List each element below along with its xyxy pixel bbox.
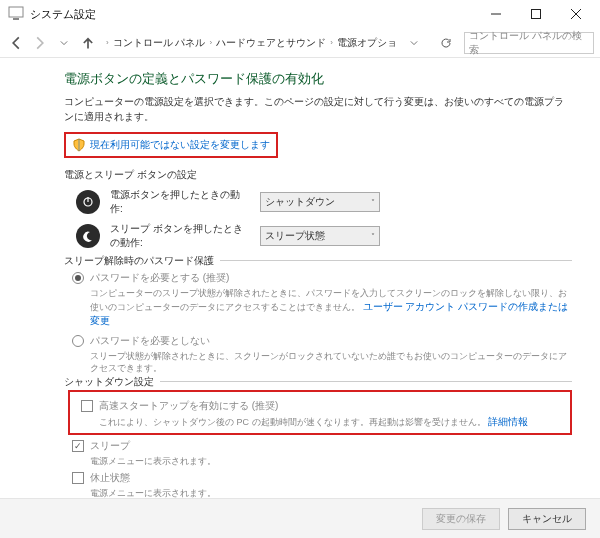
power-button-action-select[interactable]: シャットダウン˅ bbox=[260, 192, 380, 212]
shutdown-settings-legend: シャットダウン設定 bbox=[64, 375, 160, 389]
require-password-label: パスワードを必要とする (推奨) bbox=[90, 271, 229, 285]
refresh-button[interactable] bbox=[432, 37, 460, 49]
sleep-checkbox[interactable] bbox=[72, 440, 84, 452]
chevron-right-icon: › bbox=[330, 38, 333, 47]
admin-settings-link[interactable]: 現在利用可能ではない設定を変更します bbox=[90, 138, 270, 152]
up-button[interactable] bbox=[78, 33, 98, 53]
shield-icon bbox=[72, 138, 86, 152]
forward-button[interactable] bbox=[30, 33, 50, 53]
no-password-label: パスワードを必要としない bbox=[90, 334, 210, 348]
highlight-fast-startup: 高速スタートアップを有効にする (推奨) これにより、シャットダウン後の PC … bbox=[68, 390, 572, 435]
back-button[interactable] bbox=[6, 33, 26, 53]
highlight-admin-link: 現在利用可能ではない設定を変更します bbox=[64, 132, 278, 158]
app-icon bbox=[8, 6, 24, 22]
sleep-desc: 電源メニューに表示されます。 bbox=[90, 455, 572, 468]
no-password-desc: スリープ状態が解除されたときに、スクリーンがロックされていないため誰でもお使いの… bbox=[90, 350, 572, 375]
history-dropdown[interactable] bbox=[54, 33, 74, 53]
svg-rect-1 bbox=[13, 18, 19, 20]
power-icon bbox=[76, 190, 100, 214]
cancel-button[interactable]: キャンセル bbox=[508, 508, 586, 530]
fast-startup-details-link[interactable]: 詳細情報 bbox=[488, 416, 528, 427]
fast-startup-desc: これにより、シャットダウン後の PC の起動時間が速くなります。再起動は影響を受… bbox=[99, 415, 567, 429]
chevron-right-icon: › bbox=[106, 38, 109, 47]
chevron-down-icon: ˅ bbox=[371, 198, 375, 207]
page-description: コンピューターの電源設定を選択できます。このページの設定に対して行う変更は、お使… bbox=[64, 94, 572, 124]
svg-rect-0 bbox=[9, 7, 23, 17]
fast-startup-label: 高速スタートアップを有効にする (推奨) bbox=[99, 399, 278, 413]
sleep-label: スリープ bbox=[90, 439, 130, 453]
sleep-button-value: スリープ状態 bbox=[265, 229, 325, 243]
page-heading: 電源ボタンの定義とパスワード保護の有効化 bbox=[64, 70, 572, 88]
close-button[interactable] bbox=[556, 0, 596, 28]
crumb-control-panel[interactable]: コントロール パネル bbox=[113, 36, 206, 50]
address-dropdown[interactable] bbox=[400, 39, 428, 47]
power-button-label: 電源ボタンを押したときの動作: bbox=[110, 188, 250, 216]
power-sleep-buttons-title: 電源とスリープ ボタンの設定 bbox=[64, 168, 572, 182]
crumb-power-options[interactable]: 電源オプション bbox=[337, 36, 396, 50]
sleep-icon bbox=[76, 224, 100, 248]
power-button-value: シャットダウン bbox=[265, 195, 335, 209]
chevron-down-icon: ˅ bbox=[371, 232, 375, 241]
hibernate-label: 休止状態 bbox=[90, 471, 130, 485]
require-password-radio[interactable] bbox=[72, 272, 84, 284]
password-protection-legend: スリープ解除時のパスワード保護 bbox=[64, 254, 220, 268]
sleep-button-label: スリープ ボタンを押したときの動作: bbox=[110, 222, 250, 250]
sleep-button-action-select[interactable]: スリープ状態˅ bbox=[260, 226, 380, 246]
no-password-radio[interactable] bbox=[72, 335, 84, 347]
minimize-button[interactable] bbox=[476, 0, 516, 28]
crumb-hardware-sound[interactable]: ハードウェアとサウンド bbox=[216, 36, 326, 50]
svg-rect-3 bbox=[532, 10, 541, 19]
breadcrumb[interactable]: › コントロール パネル › ハードウェアとサウンド › 電源オプション › シ… bbox=[102, 35, 396, 51]
save-changes-button[interactable]: 変更の保存 bbox=[422, 508, 500, 530]
require-password-desc: コンピューターのスリープ状態が解除されたときに、パスワードを入力してスクリーンの… bbox=[90, 287, 572, 328]
hibernate-desc: 電源メニューに表示されます。 bbox=[90, 487, 572, 498]
hibernate-checkbox[interactable] bbox=[72, 472, 84, 484]
search-placeholder: コントロール パネルの検索 bbox=[469, 29, 589, 57]
fast-startup-checkbox[interactable] bbox=[81, 400, 93, 412]
search-input[interactable]: コントロール パネルの検索 bbox=[464, 32, 594, 54]
window-title: システム設定 bbox=[30, 7, 96, 22]
maximize-button[interactable] bbox=[516, 0, 556, 28]
chevron-right-icon: › bbox=[209, 38, 212, 47]
